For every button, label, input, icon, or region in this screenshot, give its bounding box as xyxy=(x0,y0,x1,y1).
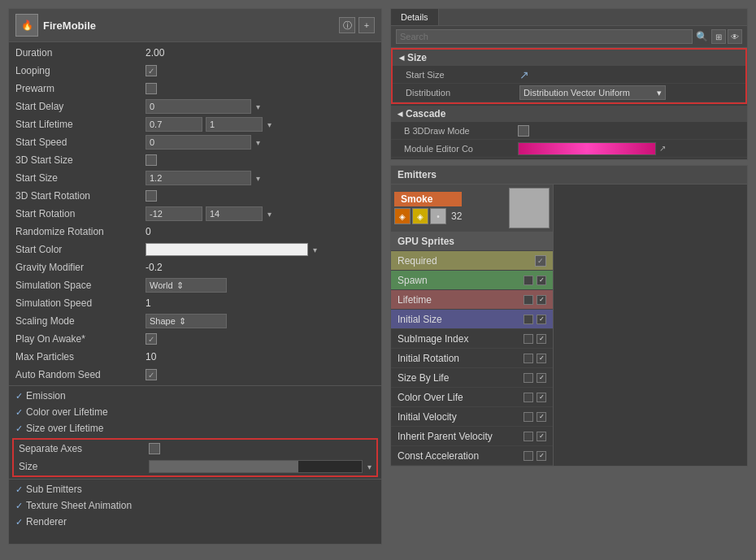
prewarm-checkbox[interactable] xyxy=(146,83,157,94)
color-over-lifetime-section[interactable]: ✓ Color over Lifetime xyxy=(9,404,381,420)
simulation-space-select[interactable]: World ⇕ xyxy=(146,278,227,293)
const-acceleration-item[interactable]: Const Acceleration ✓ xyxy=(391,446,553,466)
3d-start-rotation-label: 3D Start Rotation xyxy=(15,190,146,202)
initial-rotation-item[interactable]: Initial Rotation ✓ xyxy=(391,349,553,368)
size-by-life-checkbox2[interactable]: ✓ xyxy=(537,373,546,383)
separate-axes-label: Separate Axes xyxy=(19,443,149,454)
subimage-checkbox1[interactable] xyxy=(524,334,533,344)
init-rot-checkbox2[interactable]: ✓ xyxy=(537,354,546,363)
start-lifetime-input1[interactable] xyxy=(146,117,202,132)
subimage-index-label: SubImage Index xyxy=(398,333,520,345)
smoke-number: 32 xyxy=(451,211,462,222)
sub-emitters-section[interactable]: ✓ Sub Emitters xyxy=(9,481,381,497)
simulation-space-row: Simulation Space World ⇕ xyxy=(9,276,381,294)
smoke-orange-icon[interactable]: ◈ xyxy=(394,208,411,224)
inherit-vel-checkbox1[interactable] xyxy=(524,432,533,441)
looping-checkbox[interactable] xyxy=(146,65,157,76)
3d-start-rotation-checkbox[interactable] xyxy=(146,190,157,202)
size-section-header[interactable]: ◂ Size xyxy=(393,50,745,66)
separate-axes-checkbox[interactable] xyxy=(149,443,160,454)
start-color-swatch[interactable] xyxy=(146,243,308,256)
cascade-label: Cascade xyxy=(406,108,445,119)
renderer-section[interactable]: ✓ Renderer xyxy=(9,514,381,530)
initial-size-item[interactable]: Initial Size ✓ xyxy=(391,310,553,329)
start-lifetime-input2[interactable] xyxy=(206,117,263,132)
start-lifetime-label: Start Lifetime xyxy=(15,119,146,130)
required-item[interactable]: Required ✓ xyxy=(391,251,553,271)
eye-button[interactable]: 👁 xyxy=(728,29,742,44)
start-delay-input[interactable] xyxy=(146,99,251,114)
subimage-index-item[interactable]: SubImage Index ✓ xyxy=(391,329,553,349)
play-on-awake-checkbox[interactable] xyxy=(146,333,157,345)
smoke-yellow-icon[interactable]: ◈ xyxy=(412,208,428,224)
color-over-life-checkbox2[interactable]: ✓ xyxy=(537,393,546,402)
start-size-arrow: ▾ xyxy=(256,174,260,183)
cascade-section-header[interactable]: ◂ Cascade xyxy=(391,106,747,122)
const-acc-checkbox1[interactable] xyxy=(524,451,533,461)
grid-view-button[interactable]: ⊞ xyxy=(711,29,726,44)
const-acc-checkbox2[interactable]: ✓ xyxy=(537,451,546,461)
emitters-content: Smoke ◈ ◈ • 32 GPU Sprites Req xyxy=(391,184,747,466)
scaling-mode-arrow: ⇕ xyxy=(179,316,186,327)
subimage-checkbox2[interactable]: ✓ xyxy=(537,334,546,344)
spawn-checkbox1[interactable] xyxy=(524,276,533,285)
add-button[interactable]: + xyxy=(358,17,375,33)
size-over-lifetime-check: ✓ xyxy=(15,423,23,434)
curve-icon: ↗ xyxy=(519,68,529,81)
start-rotation-input1[interactable] xyxy=(146,206,202,221)
init-vel-checkbox1[interactable] xyxy=(524,412,533,422)
simulation-speed-row: Simulation Speed 1 xyxy=(9,294,381,312)
b3d-draw-mode-label: B 3DDraw Mode xyxy=(404,126,518,136)
emission-section[interactable]: ✓ Emission xyxy=(9,388,381,404)
init-rot-checkbox1[interactable] xyxy=(524,354,533,363)
start-rotation-input2[interactable] xyxy=(206,206,263,221)
start-color-value: ▾ xyxy=(146,243,375,256)
auto-random-seed-checkbox[interactable] xyxy=(146,369,157,380)
size-bar-arrow: ▾ xyxy=(367,462,371,471)
auto-random-seed-label: Auto Random Seed xyxy=(15,369,146,380)
play-on-awake-row: Play On Awake* xyxy=(9,330,381,348)
lifetime-item[interactable]: Lifetime ✓ xyxy=(391,290,553,310)
distribution-select[interactable]: Distribution Vector Uniform ▾ xyxy=(519,85,666,100)
color-over-life-checkbox1[interactable] xyxy=(524,393,533,402)
spawn-item[interactable]: Spawn ✓ xyxy=(391,271,553,290)
module-color-bar[interactable] xyxy=(518,142,656,155)
scaling-mode-text: Shape xyxy=(150,316,176,326)
start-size-row: Start Size ▾ xyxy=(9,169,381,187)
texture-sheet-section[interactable]: ✓ Texture Sheet Animation xyxy=(9,497,381,514)
inherit-parent-velocity-item[interactable]: Inherit Parent Velocity ✓ xyxy=(391,427,553,446)
start-size-input[interactable] xyxy=(146,171,251,185)
module-editor-color-row: Module Editor Co ↗ xyxy=(391,140,747,158)
sub-emitters-check: ✓ xyxy=(15,484,23,495)
gpu-sprites-item[interactable]: GPU Sprites xyxy=(391,232,553,251)
3d-start-size-value xyxy=(146,154,375,166)
highlighted-section: Separate Axes Size ▾ xyxy=(12,438,378,477)
scaling-mode-select[interactable]: Shape ⇕ xyxy=(146,314,227,328)
info-button[interactable]: ⓘ xyxy=(339,17,355,33)
start-lifetime-row: Start Lifetime ▾ xyxy=(9,115,381,133)
smoke-active-icon[interactable]: • xyxy=(430,208,446,224)
start-size-detail-label: Start Size xyxy=(406,70,519,80)
size-bar[interactable] xyxy=(149,460,363,473)
size-over-lifetime-section[interactable]: ✓ Size over Lifetime xyxy=(9,420,381,436)
start-speed-input[interactable] xyxy=(146,135,251,150)
search-input[interactable] xyxy=(396,29,693,44)
inherit-vel-checkbox2[interactable]: ✓ xyxy=(537,432,546,441)
b3d-draw-mode-checkbox[interactable] xyxy=(518,125,529,137)
initial-velocity-item[interactable]: Initial Velocity ✓ xyxy=(391,407,553,427)
color-over-life-item[interactable]: Color Over Life ✓ xyxy=(391,388,553,407)
initial-velocity-label: Initial Velocity xyxy=(398,411,520,423)
init-vel-checkbox2[interactable]: ✓ xyxy=(537,412,546,422)
required-checkbox[interactable]: ✓ xyxy=(535,255,546,267)
lifetime-checkbox2[interactable]: ✓ xyxy=(537,295,546,305)
3d-start-size-checkbox[interactable] xyxy=(146,154,157,166)
lifetime-checkbox1[interactable] xyxy=(524,295,533,305)
size-by-life-item[interactable]: Size By Life ✓ xyxy=(391,368,553,388)
module-editor-color-label: Module Editor Co xyxy=(404,144,518,154)
initial-size-checkbox1[interactable] xyxy=(524,315,533,324)
start-delay-value: ▾ xyxy=(146,99,375,114)
size-by-life-checkbox1[interactable] xyxy=(524,373,533,383)
initial-size-checkbox2[interactable]: ✓ xyxy=(537,315,546,324)
spawn-checkbox2[interactable]: ✓ xyxy=(537,276,546,285)
details-tab[interactable]: Details xyxy=(391,9,439,25)
